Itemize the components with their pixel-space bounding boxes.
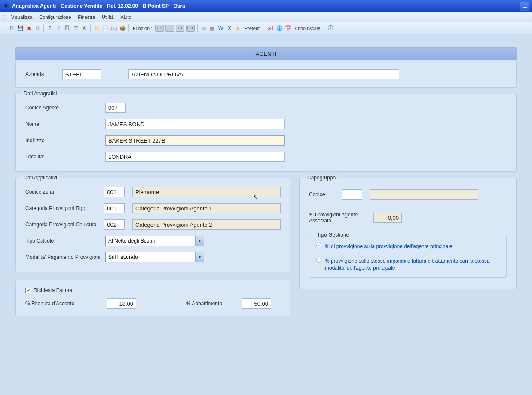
print-icon[interactable]: ⎙ — [34, 24, 41, 32]
codice-agente-label: Codice Agente — [25, 105, 105, 111]
exit-icon[interactable]: ⎘ — [8, 24, 15, 32]
cat-chiusura-label: Categoria Provvigioni Chiusura — [25, 222, 104, 228]
globe-icon[interactable]: 🌐 — [276, 24, 284, 32]
azienda-code-input[interactable] — [62, 69, 101, 79]
azienda-panel: Azienda — [15, 61, 517, 88]
f8-key[interactable]: F8 — [165, 25, 174, 32]
applicativi-legend: Dati Applicativi — [22, 175, 59, 181]
modalita-value: Sul Fatturato — [108, 254, 138, 260]
ritenuta-input[interactable] — [107, 298, 136, 309]
chevron-down-icon: ▼ — [195, 236, 204, 246]
fattura-fieldset: ✔ Richiesta Fattura % Ritenuta d'Acconto… — [15, 280, 290, 316]
menu-configurazione[interactable]: Configurazione — [36, 14, 74, 21]
dati-applicativi-fieldset: Dati Applicativi Codice zona Categoria P… — [15, 178, 290, 272]
zona-label: Codice zona — [25, 189, 104, 195]
zona-desc-input — [132, 187, 281, 197]
tipo-calcolo-select[interactable]: Al Netto degli Sconti ▼ — [105, 236, 204, 246]
f9-key[interactable]: F9 — [176, 25, 184, 32]
f11-key[interactable]: F11 — [186, 25, 195, 32]
perc-provv-input[interactable] — [373, 213, 402, 223]
content-area: AGENTI Azienda Dati Anagrafici Codice Ag… — [0, 34, 532, 395]
cat-rigo-label: Categoria Provvigioni Rigo — [25, 205, 104, 211]
tipo-gestione-radio-2[interactable] — [316, 258, 321, 263]
app-icon — [3, 3, 9, 9]
azienda-name-input[interactable] — [128, 69, 399, 79]
menu-utilita[interactable]: Utilità — [98, 14, 117, 21]
modalita-label: Modalita' Pagamento Provvigioni — [25, 254, 105, 260]
menu-finestra[interactable]: Finestra — [74, 14, 98, 21]
font-icon[interactable]: a1 — [267, 24, 275, 32]
tipo-gestione-opt2: % provvigione sullo stesso imponibile fa… — [325, 258, 499, 271]
folder-icon[interactable]: 📁 — [93, 24, 101, 32]
menubar: ⋮ Visualizza Configurazione Finestra Uti… — [0, 12, 532, 22]
toolbar: ⋮ ⎘ 💾 ✖ ⎙ ? ? 🗄 ☰ € 📁 📄 📖 📦 Funzioni: F7… — [0, 22, 532, 34]
capogruppo-legend: Capogruppo — [306, 175, 337, 181]
package-icon[interactable]: 📦 — [119, 24, 126, 32]
abbattimento-label: % Abbattimento — [186, 301, 242, 307]
calendar-icon[interactable]: 📅 — [284, 24, 292, 32]
cat-rigo-code-input[interactable] — [104, 203, 125, 213]
info2-icon[interactable]: ⓘ — [327, 24, 334, 32]
excel-icon[interactable]: X — [226, 24, 233, 32]
richiesta-fattura-checkbox[interactable]: ✔ — [25, 288, 31, 293]
funzioni-label: Funzioni: — [131, 26, 154, 31]
cat-chiusura-code-input[interactable] — [104, 219, 125, 230]
menu-visualizza[interactable]: Visualizza — [8, 14, 36, 21]
chevron-down-icon: ▼ — [195, 252, 204, 262]
capogruppo-codice-label: Codice — [309, 191, 342, 198]
ritenuta-label: % Ritenuta d'Acconto — [25, 301, 107, 307]
minimize-button[interactable] — [520, 1, 529, 11]
tipo-calcolo-value: Al Netto degli Sconti — [108, 238, 155, 244]
preferiti-label[interactable]: Preferiti — [243, 26, 263, 31]
menubar-grip: ⋮ — [3, 15, 6, 19]
panel-header: AGENTI — [15, 47, 517, 60]
toolbar-grip: ⋮ — [3, 26, 6, 30]
titlebar: Anagrafica Agenti - Gestione Vendite - R… — [0, 0, 532, 12]
richiesta-fattura-label: Richiesta Fattura — [34, 287, 73, 293]
capogruppo-codice-input[interactable] — [342, 189, 362, 200]
indirizzo-label: Indirizzo — [25, 137, 105, 143]
dati-anagrafici-fieldset: Dati Anagrafici Codice Agente Nome Indir… — [15, 94, 517, 172]
azienda-label: Azienda — [25, 71, 58, 77]
capogruppo-desc-input — [370, 189, 478, 200]
help-icon[interactable]: ? — [46, 24, 54, 32]
save-icon[interactable]: 💾 — [16, 24, 24, 32]
cat-chiusura-desc-input — [132, 219, 281, 230]
tipo-gestione-legend: Tipo Gestione — [315, 232, 351, 238]
tipo-gestione-opt1: % di provvigione sulla provvigione dell'… — [325, 243, 452, 250]
cat-rigo-desc-input — [132, 203, 281, 213]
codice-agente-input[interactable] — [105, 103, 126, 113]
delete-icon[interactable]: ✖ — [25, 24, 33, 32]
web-icon[interactable]: ▦ — [208, 24, 216, 32]
list-icon[interactable]: ☰ — [72, 24, 79, 32]
anagrafici-legend: Dati Anagrafici — [22, 91, 58, 97]
mail-icon[interactable]: ✉ — [200, 24, 208, 32]
abbattimento-input[interactable] — [242, 298, 271, 309]
localita-label: Localita' — [25, 154, 105, 160]
panel-title: AGENTI — [256, 51, 276, 57]
capogruppo-fieldset: Capogruppo Codice % Provvigioni Agente A… — [299, 178, 517, 289]
nome-label: Nome — [25, 121, 105, 127]
tipo-calcolo-label: Tipo Calcolo — [25, 238, 105, 244]
anno-fiscale-label[interactable]: Anno fiscale — [293, 26, 322, 31]
menu-aiuto[interactable]: Aiuto — [117, 14, 135, 21]
db-icon[interactable]: 🗄 — [63, 24, 71, 32]
perc-provv-label: % Provvigioni Agente Associato — [309, 212, 373, 224]
indirizzo-input[interactable] — [105, 135, 285, 146]
f7-key[interactable]: F7 — [155, 25, 164, 32]
word-icon[interactable]: W — [217, 24, 225, 32]
info-icon[interactable]: ? — [55, 24, 62, 32]
book-icon[interactable]: 📖 — [110, 24, 118, 32]
tipo-gestione-radio-1[interactable] — [316, 243, 321, 248]
window-title: Anagrafica Agenti - Gestione Vendite - R… — [12, 3, 185, 9]
zona-code-input[interactable] — [104, 187, 125, 197]
modalita-select[interactable]: Sul Fatturato ▼ — [105, 252, 204, 262]
euro-icon[interactable]: € — [80, 24, 88, 32]
tipo-gestione-fieldset: Tipo Gestione % di provvigione sulla pro… — [309, 235, 507, 278]
nome-input[interactable] — [105, 119, 285, 129]
doc-icon[interactable]: 📄 — [101, 24, 109, 32]
star-icon[interactable]: ★ — [234, 24, 242, 32]
localita-input[interactable] — [105, 152, 285, 162]
